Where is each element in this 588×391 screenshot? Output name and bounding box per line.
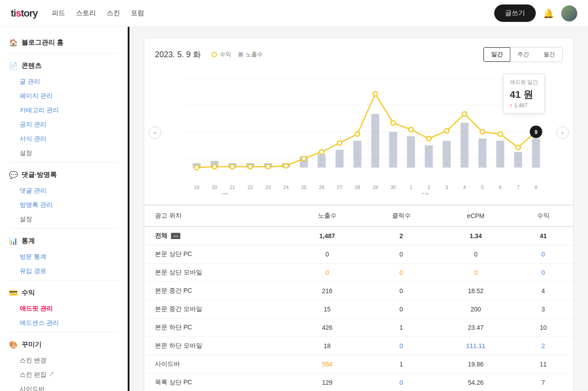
svg-text:23: 23 <box>265 185 271 190</box>
home-icon: 🏠 <box>9 38 18 47</box>
sidebar-decorate-label: 꾸미기 <box>21 341 42 349</box>
svg-text:5: 5 <box>481 185 484 190</box>
cell-value: 0 <box>290 245 364 264</box>
sidebar-item-notices[interactable]: 공지 관리 <box>0 118 128 132</box>
sidebar-item-pages[interactable]: 페이지 관리 <box>0 89 128 103</box>
revenue-legend-label: 수익 <box>220 50 231 59</box>
sidebar-item-comments[interactable]: 댓글 관리 <box>0 184 128 198</box>
svg-text:19: 19 <box>194 185 199 190</box>
sidebar-item-comments-settings[interactable]: 설정 <box>0 212 128 227</box>
cell-value: 0 <box>513 245 573 264</box>
cell-value: 2 <box>364 227 438 245</box>
cell-position: 본문 중간 모바일 <box>144 300 290 319</box>
cell-value: 129 <box>290 374 364 391</box>
table-row: 본문 하단 모바일180111.112 <box>144 337 573 355</box>
svg-text:8: 8 <box>534 185 537 190</box>
sidebar-section-stats: 📊 통계 방문 통계 유입 경로 <box>0 232 128 281</box>
nav-story[interactable]: 스토리 <box>76 9 96 17</box>
write-button[interactable]: 글쓰기 <box>494 4 536 22</box>
stats-icon: 📊 <box>9 237 18 245</box>
cell-value: 0 <box>290 264 364 282</box>
bell-icon[interactable]: 🔔 <box>543 8 554 19</box>
chart-date: 2023. 5. 9 화 <box>155 49 201 60</box>
sidebar-section-comments: 💬 댓글·방명록 댓글 관리 방명록 관리 설정 <box>0 166 128 229</box>
nav-feed[interactable]: 피드 <box>52 9 65 17</box>
cell-position: 본문 하단 모바일 <box>144 337 290 355</box>
svg-point-33 <box>355 132 360 136</box>
svg-point-32 <box>338 141 342 145</box>
svg-rect-23 <box>532 139 540 168</box>
cell-value: 0 <box>364 245 438 264</box>
svg-text:5월: 5월 <box>422 192 430 194</box>
cell-value: 15 <box>290 300 364 319</box>
cell-value: 3 <box>513 300 573 319</box>
sidebar-item-posts[interactable]: 글 관리 <box>0 75 128 89</box>
ad-stats-table: 광고 위치 노출수 클릭수 eCPM 수익 전체 —1,48721.3441본문… <box>144 206 573 391</box>
logo[interactable]: tistory <box>11 8 38 19</box>
sidebar-home-header[interactable]: 🏠 블로그관리 홈 <box>0 34 128 51</box>
tooltip-value: 41 원 <box>510 88 538 101</box>
tooltip-sub: ↑ 1,487 <box>510 102 538 109</box>
cell-position: 본문 중간 PC <box>144 282 290 300</box>
svg-rect-21 <box>496 141 505 168</box>
cell-value: 426 <box>290 319 364 337</box>
sidebar-item-content-settings[interactable]: 설정 <box>0 146 128 160</box>
svg-text:30: 30 <box>390 185 396 190</box>
cell-value: 23.47 <box>438 319 513 337</box>
svg-text:20: 20 <box>212 185 217 190</box>
sidebar-home-label: 블로그관리 홈 <box>21 38 63 47</box>
cell-position: 본문 상단 PC <box>144 245 290 264</box>
svg-text:4: 4 <box>463 185 466 190</box>
svg-rect-16 <box>407 136 415 168</box>
avatar[interactable] <box>561 5 577 21</box>
svg-point-25 <box>213 164 217 169</box>
col-ecpm: eCPM <box>438 206 513 227</box>
cell-value: 11 <box>513 355 573 374</box>
cell-value: 4 <box>513 282 573 300</box>
tab-daily[interactable]: 일간 <box>484 47 510 62</box>
svg-text:24: 24 <box>283 185 288 190</box>
cell-value: 1,487 <box>290 227 364 245</box>
cell-value: 0 <box>364 300 438 319</box>
cell-value: 1.34 <box>438 227 513 245</box>
table-row: 본문 상단 PC0000 <box>144 245 573 264</box>
chart-svg: 9 19 20 21 22 23 24 25 26 27 28 29 30 1 … <box>155 69 563 194</box>
cell-value: 0 <box>364 282 438 300</box>
cell-value: 0 <box>364 337 438 355</box>
sidebar-item-traffic[interactable]: 유입 경로 <box>0 264 128 278</box>
tab-weekly[interactable]: 주간 <box>510 47 536 62</box>
sidebar-item-guestbook[interactable]: 방명록 관리 <box>0 198 128 212</box>
nav-forum[interactable]: 포럼 <box>131 9 144 17</box>
svg-rect-22 <box>514 152 522 168</box>
svg-rect-14 <box>371 114 379 168</box>
sidebar-item-skin-edit[interactable]: 스킨 편집 ↗ <box>0 368 128 382</box>
chart-next-button[interactable]: › <box>556 126 569 139</box>
sidebar-item-sidebar[interactable]: 사이드바 <box>0 382 128 391</box>
svg-point-39 <box>463 112 467 116</box>
sidebar-item-skin-change[interactable]: 스킨 변경 <box>0 353 128 368</box>
cell-position: 본문 상단 모바일 <box>144 264 290 282</box>
cell-value: 18.52 <box>438 282 513 300</box>
svg-point-41 <box>498 132 503 136</box>
sidebar-section-revenue: 💳 수익 애드핏 관리 애드센스 관리 <box>0 284 128 332</box>
chart-prev-button[interactable]: ‹ <box>149 126 161 139</box>
table-row: 목록 상단 PC129054.267 <box>144 374 573 391</box>
cell-value: 41 <box>513 227 573 245</box>
sidebar-comments-header: 💬 댓글·방명록 <box>0 166 128 184</box>
svg-text:6: 6 <box>499 185 501 190</box>
cell-value: 10 <box>513 319 573 337</box>
svg-text:1: 1 <box>409 185 412 190</box>
cell-value: 18 <box>290 337 364 355</box>
sidebar-content-header: 📄 콘텐츠 <box>0 57 128 75</box>
nav-skin[interactable]: 스킨 <box>107 9 120 17</box>
decorate-icon: 🎨 <box>9 341 18 349</box>
sidebar-item-adsense[interactable]: 애드센스 관리 <box>0 316 128 330</box>
sidebar-revenue-header: 💳 수익 <box>0 284 128 302</box>
sidebar-item-adfit[interactable]: 애드핏 관리 <box>0 302 128 316</box>
cell-value: 1 <box>364 355 438 374</box>
sidebar-item-visit-stats[interactable]: 방문 통계 <box>0 250 128 264</box>
minus-badge: — <box>171 233 180 239</box>
sidebar-item-categories[interactable]: 카테고리 관리 <box>0 103 128 118</box>
tab-monthly[interactable]: 월간 <box>536 47 562 62</box>
sidebar-item-templates[interactable]: 서식 관리 <box>0 132 128 146</box>
